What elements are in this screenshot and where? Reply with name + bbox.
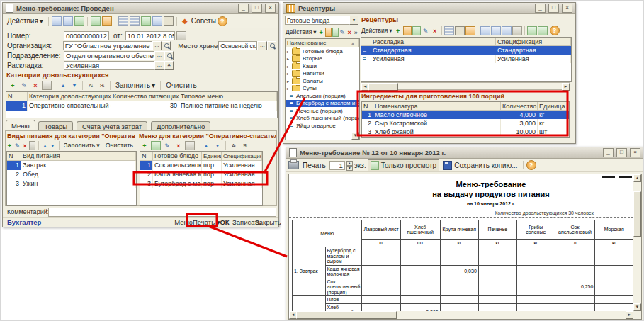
tree-item-selected[interactable]: =Бутерброд с маслом и сыром	[286, 100, 359, 108]
fill-button[interactable]: Заполнить▾	[62, 140, 102, 151]
add-icon[interactable]: +	[394, 26, 402, 35]
delete-icon[interactable]: ×	[431, 26, 439, 35]
close-button-footer[interactable]: Закрыть	[255, 218, 276, 227]
add-icon[interactable]: +	[318, 28, 324, 37]
sort-az-icon[interactable]: А↓	[86, 81, 96, 90]
move-down-icon[interactable]: ▼	[50, 141, 56, 150]
report-vscrollbar[interactable]: ▲ ▼	[633, 174, 641, 311]
add-folder-icon[interactable]	[325, 28, 332, 37]
add-row-icon[interactable]: +	[6, 141, 13, 150]
move-up-icon[interactable]: ▲	[42, 141, 48, 150]
clear-button[interactable]: Очистить	[164, 80, 199, 91]
menu-dish-row[interactable]: 1 Сок апельсиновый (... пор Усиленная	[140, 161, 262, 170]
subordination-icon[interactable]	[164, 16, 174, 26]
edit-icon[interactable]: ✎	[422, 26, 430, 35]
delete-row-icon[interactable]: ×	[30, 81, 40, 90]
tree-item[interactable]: =Печенье (порция)	[286, 107, 359, 115]
maximize-button[interactable]: □	[548, 4, 559, 13]
add-row-icon[interactable]: +	[8, 81, 18, 90]
sort-za-icon[interactable]: Я↓	[97, 81, 107, 90]
list-view-icon[interactable]	[455, 26, 465, 35]
move-up-icon[interactable]: ▲	[58, 81, 68, 90]
group-select[interactable]: Готовые блюда ▾	[285, 16, 358, 26]
recipes-hscrollbar[interactable]: ◄ ►	[361, 82, 570, 90]
menu-button[interactable]: Меню	[174, 218, 193, 227]
end-edit-icon[interactable]	[185, 141, 195, 150]
ok-button[interactable]: ОК	[220, 218, 230, 227]
report-sheet[interactable]: Меню-требование на выдачу продуктов пита…	[288, 174, 642, 320]
end-edit-icon[interactable]	[42, 81, 52, 90]
scroll-right-icon[interactable]: ►	[562, 83, 570, 91]
tab-goods[interactable]: Товары	[38, 121, 73, 131]
layout-input[interactable]: Усиленная	[64, 61, 154, 70]
actions-menu[interactable]: Действия▾	[285, 27, 317, 38]
storage-lookup-icon[interactable]	[267, 41, 276, 50]
maximize-button[interactable]: □	[252, 4, 262, 13]
delete-row-icon[interactable]: ×	[174, 141, 183, 150]
recipes-window-titlebar[interactable]: Рецептуры _ □ ×	[283, 3, 575, 14]
tab-cost-accounts[interactable]: Счета учета затрат	[77, 121, 147, 131]
help-icon[interactable]: ?	[526, 160, 536, 170]
comment-input[interactable]	[48, 208, 276, 217]
export-icon[interactable]	[527, 26, 537, 35]
ingredient-row[interactable]: 2 Сыр Костромской 3,000 кг	[362, 119, 569, 128]
storage-input[interactable]: Основной склад - Айдарова А.Т. - Бу	[218, 41, 257, 50]
refresh-icon[interactable]	[74, 16, 84, 26]
tree-folder[interactable]: ▸Салаты	[286, 77, 359, 85]
tips-label[interactable]: Советы	[191, 17, 216, 25]
sort-az-icon[interactable]: А↓	[229, 141, 239, 150]
recipe-row[interactable]: = Усиленная Усиленная	[361, 55, 571, 63]
tab-additional[interactable]: Дополнительно	[151, 121, 210, 131]
paste-line-icon[interactable]	[102, 16, 112, 26]
structure-icon[interactable]	[130, 16, 140, 26]
calendar-icon[interactable]	[176, 31, 186, 40]
edit-row-icon[interactable]: ✎	[162, 141, 172, 150]
save-copy-button[interactable]: Сохранить копию...	[441, 160, 519, 171]
ingredient-row[interactable]: 3 Хлеб ржаной 10,000 шт	[362, 128, 569, 136]
department-ellipsis-button[interactable]: ...	[154, 51, 164, 60]
scroll-down-icon[interactable]: ▼	[351, 132, 359, 140]
scroll-down-icon[interactable]: ▼	[633, 303, 641, 311]
menu-dish-row[interactable]: 2 Каша ячневая моло... пор Усиленная	[140, 170, 262, 179]
layout-ellipsis-button[interactable]: ...	[154, 61, 164, 70]
tree-item[interactable]: =Хлеб пшеничный (порция)	[286, 115, 359, 123]
copy-row-icon[interactable]	[151, 141, 161, 150]
edit-row-icon[interactable]: ✎	[14, 141, 21, 150]
move-down-icon[interactable]: ▼	[213, 141, 222, 150]
recipe-row-selected[interactable]: = Стандартная Стандартная	[361, 46, 571, 55]
add-folder-icon[interactable]	[403, 26, 412, 35]
minimize-button[interactable]: _	[603, 148, 614, 157]
actions-menu[interactable]: Действия▾	[361, 26, 393, 36]
tree-folder[interactable]: ▸Напитки	[286, 70, 359, 78]
delete-icon[interactable]: ×	[346, 28, 353, 37]
move-down-icon[interactable]: ▼	[69, 81, 79, 90]
menu-dish-row-highlighted[interactable]: 3 Бутерброд с масло... пор Усиленная	[140, 179, 262, 188]
overflow-icon[interactable]: »	[354, 28, 358, 37]
copy-icon[interactable]	[412, 26, 421, 35]
scrollbar-thumb[interactable]	[633, 191, 641, 237]
layout-clear-icon[interactable]: ×	[164, 61, 174, 70]
printer-icon[interactable]	[288, 161, 299, 169]
tree-item[interactable]: =Яйцо отварное	[286, 122, 359, 130]
hierarchy-view-icon[interactable]	[444, 26, 454, 35]
meal-type-row[interactable]: 2 Обед	[7, 170, 136, 179]
scroll-up-icon[interactable]: ▲	[633, 174, 641, 182]
print-button[interactable]: Печать ▾	[193, 218, 217, 227]
edit-row-icon[interactable]: ✎	[19, 81, 29, 90]
minimize-button[interactable]: _	[535, 4, 546, 13]
date-input[interactable]: 10.01.2012 8:05:00	[125, 31, 175, 40]
tree-folder[interactable]: ▸Каши	[286, 62, 359, 70]
filter-icon[interactable]	[491, 26, 501, 35]
organization-lookup-icon[interactable]	[162, 41, 171, 50]
actions-menu[interactable]: Действия▾	[5, 16, 45, 26]
write-button[interactable]: Записать	[232, 218, 255, 227]
tree-folder[interactable]: ▸Вторые	[286, 55, 359, 63]
period-icon[interactable]	[152, 16, 162, 26]
minimize-button[interactable]: _	[238, 4, 249, 13]
tree-folder[interactable]: ▸Супы	[286, 85, 359, 93]
add-row-icon[interactable]: +	[140, 141, 149, 150]
print-button[interactable]: Печать	[300, 160, 328, 171]
department-lookup-icon[interactable]	[164, 51, 174, 60]
organization-ellipsis-button[interactable]: ...	[152, 41, 162, 50]
help-icon[interactable]: ?	[218, 16, 227, 26]
